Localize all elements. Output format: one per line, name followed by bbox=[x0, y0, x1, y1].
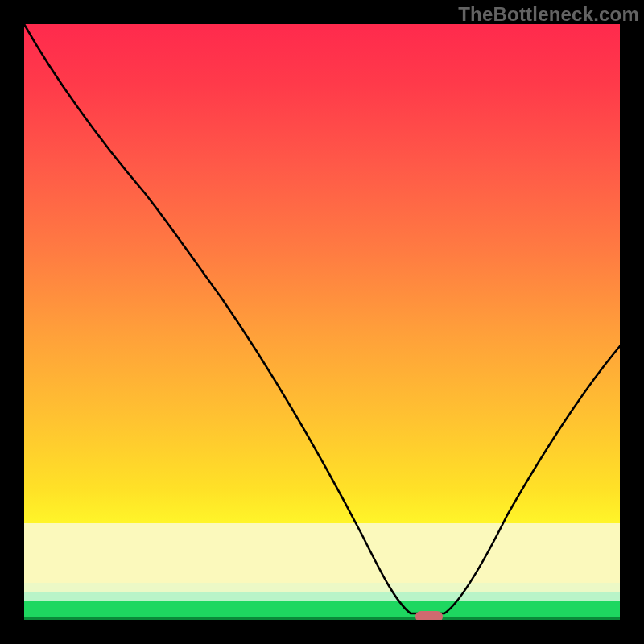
watermark-text: TheBottleneck.com bbox=[458, 3, 639, 26]
optimal-marker bbox=[415, 611, 443, 620]
curve-path bbox=[24, 24, 620, 613]
chart-frame: TheBottleneck.com bbox=[0, 0, 644, 644]
bottleneck-curve bbox=[24, 24, 620, 620]
plot-area bbox=[24, 24, 620, 620]
